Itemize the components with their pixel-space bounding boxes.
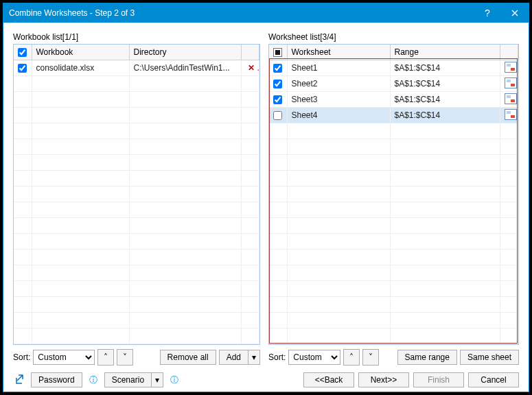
chevron-up-icon: ˄ <box>349 352 354 362</box>
next-button[interactable]: Next>> <box>358 372 409 387</box>
help-button[interactable]: ? <box>474 3 501 23</box>
password-button[interactable]: Password <box>31 372 82 387</box>
table-row[interactable]: Sheet3$A$1:$C$14 <box>269 92 518 108</box>
workbook-dir-cell: C:\Users\AddinTestWin1... <box>129 60 242 76</box>
row-checkbox[interactable] <box>273 64 282 73</box>
remove-all-button[interactable]: Remove all <box>160 350 216 365</box>
info-icon[interactable]: ⓘ <box>167 374 181 386</box>
close-button[interactable] <box>501 3 529 23</box>
caret-down-icon: ▾ <box>155 375 159 385</box>
window-title: Combine Worksheets - Step 2 of 3 <box>3 8 474 18</box>
table-row[interactable]: Sheet4$A$1:$C$14 <box>269 108 518 123</box>
remove-row-button[interactable]: ✕ <box>246 63 257 73</box>
dialog-window: Combine Worksheets - Step 2 of 3 ? Workb… <box>3 3 529 392</box>
table-row[interactable]: Sheet2$A$1:$C$14 <box>269 76 518 92</box>
worksheet-move-up-button[interactable]: ˄ <box>343 349 360 366</box>
worksheet-grid[interactable]: Worksheet Range Sheet1$A$1:$C$14Sheet2$A… <box>268 44 519 345</box>
chevron-down-icon: ˅ <box>123 352 127 362</box>
workbook-name-cell: consolidate.xlsx <box>32 60 129 76</box>
add-button[interactable]: Add <box>219 350 248 365</box>
row-checkbox[interactable] <box>273 80 282 88</box>
worksheet-name-cell: Sheet2 <box>287 76 390 92</box>
info-icon[interactable]: ⓘ <box>86 374 100 386</box>
scenario-dropdown-caret[interactable]: ▾ <box>151 372 163 387</box>
same-sheet-button[interactable]: Same sheet <box>460 350 519 365</box>
worksheet-range-cell: $A$1:$C$14 <box>390 92 500 108</box>
add-dropdown-caret[interactable]: ▾ <box>248 350 260 365</box>
share-icon[interactable] <box>13 374 27 387</box>
finish-button[interactable]: Finish <box>413 372 464 387</box>
workbook-grid[interactable]: Workbook Directory consolidate.xlsxC:\Us… <box>13 44 260 345</box>
workbook-move-up-button[interactable]: ˄ <box>97 349 114 366</box>
chevron-up-icon: ˄ <box>104 352 108 362</box>
chevron-down-icon: ˅ <box>369 352 373 362</box>
checkbox-indeterminate-icon <box>273 48 282 57</box>
worksheet-panel-label: Worksheet list[3/4] <box>268 32 519 42</box>
worksheet-move-down-button[interactable]: ˅ <box>362 349 379 366</box>
cancel-button[interactable]: Cancel <box>468 372 519 387</box>
table-row[interactable]: Sheet1$A$1:$C$14 <box>269 60 518 76</box>
workbook-panel-label: Workbook list[1/1] <box>13 32 260 42</box>
scenario-button-group: Scenario ▾ <box>104 372 163 387</box>
row-checkbox[interactable] <box>273 111 282 120</box>
worksheet-header-name[interactable]: Worksheet <box>287 45 390 60</box>
same-range-button[interactable]: Same range <box>397 350 457 365</box>
range-picker-icon[interactable] <box>505 109 517 120</box>
workbook-sort-select[interactable]: Custom <box>33 350 95 365</box>
worksheet-range-cell: $A$1:$C$14 <box>390 60 500 76</box>
worksheet-range-cell: $A$1:$C$14 <box>390 108 500 123</box>
workbook-header-dir[interactable]: Directory <box>129 45 242 60</box>
workbook-header-name[interactable]: Workbook <box>32 45 129 60</box>
titlebar: Combine Worksheets - Step 2 of 3 ? <box>3 3 529 23</box>
worksheet-name-cell: Sheet1 <box>287 60 390 76</box>
workbook-panel: Workbook list[1/1] Workbook Directory <box>13 32 260 366</box>
worksheet-range-cell: $A$1:$C$14 <box>390 76 500 92</box>
worksheet-sort-label: Sort: <box>268 352 286 362</box>
workbook-move-down-button[interactable]: ˅ <box>117 349 133 366</box>
range-picker-icon[interactable] <box>505 93 517 104</box>
range-picker-icon[interactable] <box>505 77 517 88</box>
worksheet-toolbar: Sort: Custom ˄ ˅ Same range Same sheet <box>268 349 519 366</box>
worksheet-panel: Worksheet list[3/4] Worksheet Range <box>268 32 519 366</box>
add-button-group: Add ▾ <box>219 350 260 365</box>
caret-down-icon: ▾ <box>252 352 256 362</box>
worksheet-header-range[interactable]: Range <box>390 45 500 60</box>
workbook-sort-label: Sort: <box>13 352 30 362</box>
bottom-bar: Password ⓘ Scenario ▾ ⓘ <<Back Next>> Fi… <box>13 366 519 395</box>
worksheet-name-cell: Sheet3 <box>287 92 390 108</box>
workbook-header-check[interactable] <box>14 45 32 60</box>
back-button[interactable]: <<Back <box>303 372 354 387</box>
row-checkbox[interactable] <box>18 64 27 73</box>
scenario-button[interactable]: Scenario <box>104 372 151 387</box>
table-row[interactable]: consolidate.xlsxC:\Users\AddinTestWin1..… <box>14 60 259 76</box>
worksheet-name-cell: Sheet4 <box>287 108 390 123</box>
worksheet-sort-select[interactable]: Custom <box>288 350 340 365</box>
worksheet-header-check[interactable] <box>269 45 287 60</box>
workbook-toolbar: Sort: Custom ˄ ˅ Remove all Add ▾ <box>13 349 260 366</box>
range-picker-icon[interactable] <box>505 62 517 73</box>
row-checkbox[interactable] <box>273 95 282 104</box>
close-icon <box>511 10 518 16</box>
